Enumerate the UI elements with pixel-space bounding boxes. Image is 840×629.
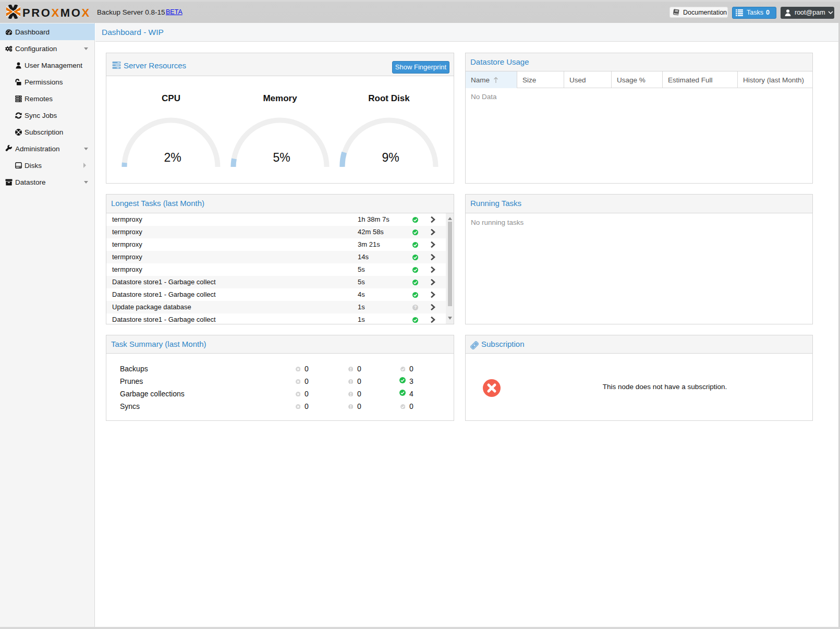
svg-text:?: ?	[414, 305, 417, 310]
